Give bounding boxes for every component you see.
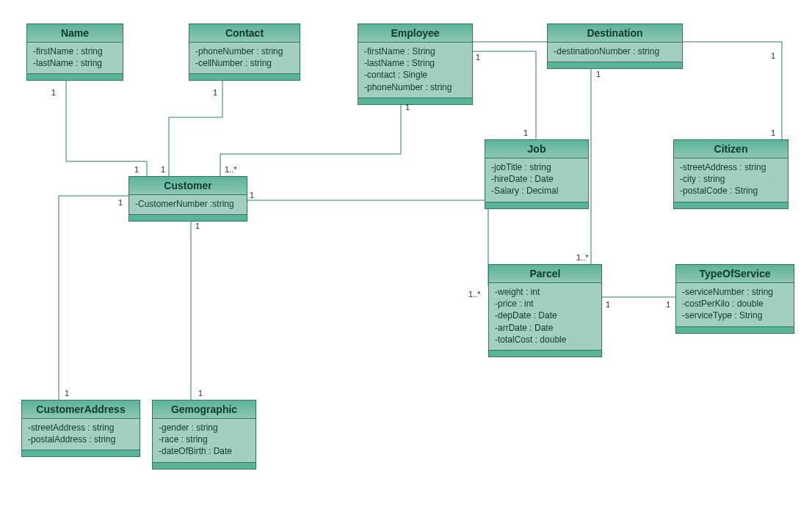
class-citizen: Citizen -streetAddress : string -city : …: [673, 139, 789, 209]
class-employee: Employee -firstName : String -lastName :…: [358, 23, 473, 105]
class-title: Destination: [548, 24, 682, 43]
class-ops: [358, 98, 472, 104]
mult: 1: [771, 128, 775, 137]
mult: 1: [213, 88, 217, 97]
mult: 1..*: [468, 290, 481, 299]
class-attrs: -streetAddress : string -city : string -…: [674, 158, 788, 202]
mult: 1: [198, 389, 203, 398]
class-parcel: Parcel -weight : int -price : int -depDa…: [488, 264, 602, 357]
class-ops: [189, 74, 300, 80]
class-title: Employee: [358, 24, 472, 43]
mult: 1: [51, 88, 56, 97]
class-ops: [27, 74, 123, 80]
class-title: Customer: [129, 177, 247, 195]
class-attrs: -firstName : string -lastName : string: [27, 43, 123, 74]
attr: -costPerKilo : double: [682, 298, 788, 310]
attr: -postalCode : String: [680, 185, 782, 197]
attr: -serviceType : String: [682, 310, 788, 321]
mult: 1..*: [225, 165, 237, 174]
attr: -price : int: [495, 298, 595, 310]
class-job: Job -jobTitle : string -hireDate : Date …: [485, 139, 589, 209]
attr: -lastName : string: [33, 57, 117, 69]
class-gemographic: Gemographic -gender : string -race : str…: [152, 400, 256, 469]
class-title: Job: [485, 140, 588, 158]
attr: -phoneNumber : string: [364, 81, 466, 93]
class-name: Name -firstName : string -lastName : str…: [26, 23, 123, 81]
class-ops: [22, 450, 139, 456]
attr: -lastName : String: [364, 57, 466, 69]
attr: -destinationNumber : string: [554, 45, 676, 57]
attr: -phoneNumber : string: [195, 45, 294, 57]
attr: -cellNumber : string: [195, 57, 294, 69]
attr: -depDate : Date: [495, 310, 595, 321]
mult: 1: [606, 300, 610, 309]
mult: 1: [771, 51, 775, 60]
class-title: Gemographic: [153, 401, 255, 419]
class-customer: Customer -CustomerNumber :string: [128, 176, 247, 222]
class-attrs: -destinationNumber : string: [548, 43, 682, 62]
class-ops: [548, 62, 682, 68]
class-contact: Contact -phoneNumber : string -cellNumbe…: [189, 23, 300, 81]
mult: 1..*: [576, 253, 589, 262]
attr: -jobTitle : string: [491, 161, 582, 173]
mult: 1: [195, 222, 200, 230]
mult: 1: [118, 198, 123, 207]
class-attrs: -jobTitle : string -hireDate : Date -Sal…: [485, 158, 588, 202]
attr: -serviceNumber : string: [682, 286, 788, 298]
mult: 1: [523, 128, 528, 137]
class-attrs: -weight : int -price : int -depDate : Da…: [489, 283, 601, 351]
mult: 1: [405, 103, 410, 111]
attr: -dateOfBirth : Date: [159, 445, 250, 457]
class-customeraddress: CustomerAddress -streetAddress : string …: [21, 400, 140, 457]
class-attrs: -streetAddress : string -postalAddress :…: [22, 419, 139, 450]
class-ops: [129, 215, 247, 221]
mult: 1: [476, 53, 480, 62]
class-ops: [153, 463, 255, 469]
attr: -streetAddress : string: [680, 161, 782, 173]
attr: -Salary : Decimal: [491, 185, 582, 197]
class-attrs: -gender : string -race : string -dateOfB…: [153, 419, 255, 463]
mult: 1: [65, 389, 69, 398]
class-attrs: -firstName : String -lastName : String -…: [358, 43, 472, 98]
attr: -race : string: [159, 434, 250, 445]
attr: -totalCost : double: [495, 334, 595, 345]
mult: 1: [596, 70, 601, 78]
attr: -city : string: [680, 173, 782, 185]
attr: -contact : Single: [364, 69, 466, 81]
attr: -postalAddress : string: [28, 434, 134, 445]
class-ops: [485, 202, 588, 208]
class-attrs: -phoneNumber : string -cellNumber : stri…: [189, 43, 300, 74]
class-title: Parcel: [489, 265, 601, 283]
mult: 1: [161, 165, 165, 174]
class-ops: [676, 327, 794, 333]
attr: -hireDate : Date: [491, 173, 582, 185]
mult: 1: [250, 191, 254, 200]
class-title: TypeOfService: [676, 265, 794, 283]
attr: -gender : string: [159, 422, 250, 434]
class-title: Name: [27, 24, 123, 43]
attr: -firstName : string: [33, 45, 117, 57]
attr: -firstName : String: [364, 45, 466, 57]
class-ops: [674, 202, 788, 208]
mult: 1: [134, 165, 139, 174]
attr: -streetAddress : string: [28, 422, 134, 434]
attr: -CustomerNumber :string: [135, 198, 241, 210]
class-destination: Destination -destinationNumber : string: [547, 23, 683, 69]
class-attrs: -serviceNumber : string -costPerKilo : d…: [676, 283, 794, 327]
class-title: Contact: [189, 24, 300, 43]
class-attrs: -CustomerNumber :string: [129, 195, 247, 215]
attr: -weight : int: [495, 286, 595, 298]
class-ops: [489, 351, 601, 356]
class-title: Citizen: [674, 140, 788, 158]
class-title: CustomerAddress: [22, 401, 139, 419]
attr: -arrDate : Date: [495, 322, 595, 334]
class-typeofservice: TypeOfService -serviceNumber : string -c…: [675, 264, 794, 334]
mult: 1: [666, 300, 670, 309]
